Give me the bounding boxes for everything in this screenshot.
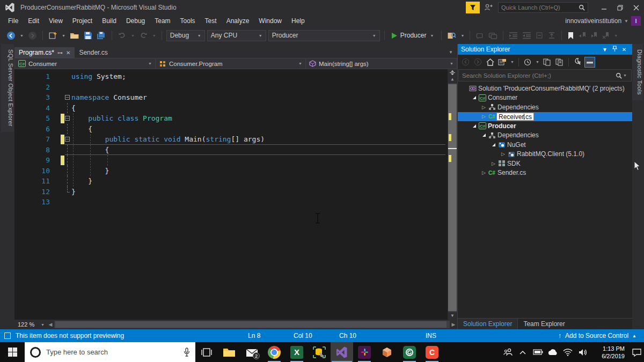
uncomment-button[interactable] xyxy=(487,29,499,41)
collapse-arrow-icon[interactable] xyxy=(471,95,478,100)
comment-button[interactable] xyxy=(474,29,485,41)
menu-item-edit[interactable]: Edit xyxy=(23,16,44,26)
expand-arrow-icon[interactable]: ▷ xyxy=(480,114,487,119)
tree-item-rabbitmq-client-5-1-0[interactable]: ▷RabbitMQ.Client (5.1.0) xyxy=(458,150,632,159)
configuration-combobox[interactable]: Debug ▼ xyxy=(166,30,205,41)
code-editor[interactable]: 1using System;23–namespace Consumer4{5– … xyxy=(14,69,457,320)
excel-icon[interactable]: X xyxy=(286,342,308,362)
window-position-dropdown[interactable]: ▼ xyxy=(600,47,610,53)
minimize-button[interactable] xyxy=(596,1,612,14)
navigate-forward-button[interactable] xyxy=(27,29,38,41)
splitter-handle-icon[interactable] xyxy=(448,69,457,76)
undo-dropdown[interactable]: ▼ xyxy=(130,34,136,38)
document-tab[interactable]: Sender.cs xyxy=(75,47,112,58)
solution-explorer-search-input[interactable]: Search Solution Explorer (Ctrl+;) ▼ xyxy=(458,69,632,82)
code-line[interactable]: 2 xyxy=(14,82,448,93)
close-button[interactable] xyxy=(628,1,644,14)
menu-item-test[interactable]: Test xyxy=(200,16,222,26)
scroll-left-icon[interactable]: ◀ xyxy=(47,322,54,327)
volume-icon[interactable] xyxy=(575,349,590,356)
project-dropdown[interactable]: C# Consumer ▼ xyxy=(14,58,156,69)
code-line[interactable]: 11 } xyxy=(14,176,448,187)
panel-tab-team-explorer[interactable]: Team Explorer xyxy=(518,319,570,329)
onedrive-icon[interactable] xyxy=(545,349,560,356)
outlining-margin[interactable]: – xyxy=(65,92,71,103)
member-dropdown[interactable]: Main(string[] args) ▼ xyxy=(306,58,457,69)
type-dropdown[interactable]: Consumer.Program ▼ xyxy=(156,58,306,69)
home-button[interactable] xyxy=(485,57,495,68)
decrease-indent-button[interactable] xyxy=(508,29,519,41)
hscroll-thumb[interactable] xyxy=(55,321,447,328)
expand-arrow-icon[interactable]: ▷ xyxy=(480,105,487,110)
forward-button[interactable] xyxy=(472,57,483,68)
code-line[interactable]: 3–namespace Consumer xyxy=(14,92,448,103)
start-debugging-button[interactable]: Producer ▼ xyxy=(389,32,437,39)
menu-item-project[interactable]: Project xyxy=(68,16,97,26)
preview-selected-items-button[interactable] xyxy=(554,57,565,68)
startup-project-combobox[interactable]: Producer ▼ xyxy=(268,30,380,41)
new-project-button[interactable] xyxy=(47,29,58,41)
navigate-back-button[interactable] xyxy=(5,29,17,41)
pin-icon[interactable] xyxy=(610,46,619,53)
redo-dropdown[interactable]: ▼ xyxy=(151,34,157,38)
search-options-dropdown[interactable]: ▼ xyxy=(622,73,628,77)
quick-launch-input[interactable]: Quick Launch (Ctrl+Q) xyxy=(498,2,588,13)
tree-item-consumer[interactable]: C#Consumer xyxy=(458,93,632,103)
editor-vertical-scrollbar[interactable]: ▲ ▼ xyxy=(448,69,457,320)
toolbar-overflow-dropdown[interactable]: ▼ xyxy=(459,34,465,38)
clear-bookmarks-button[interactable] xyxy=(601,29,611,41)
platform-combobox[interactable]: Any CPU ▼ xyxy=(207,30,266,41)
code-line[interactable]: 1using System; xyxy=(14,71,448,82)
tree-item-receiver-cs[interactable]: ▷C#Receiver.cs xyxy=(458,112,632,122)
show-all-files-button[interactable] xyxy=(584,57,595,68)
close-tab-icon[interactable]: ✕ xyxy=(66,50,70,56)
panel-tab-solution-explorer[interactable]: Solution Explorer xyxy=(458,319,518,329)
expand-arrow-icon[interactable]: ▷ xyxy=(490,161,497,166)
navigate-back-dropdown[interactable]: ▼ xyxy=(19,34,25,38)
code-line[interactable]: 9 xyxy=(14,155,448,166)
restore-button[interactable] xyxy=(612,1,628,14)
tree-item-sender-cs[interactable]: ▷C#Sender.cs xyxy=(458,168,632,178)
sql-server-object-explorer-tab[interactable]: SQL Server Object Explorer xyxy=(1,44,14,132)
switch-views-button[interactable] xyxy=(497,57,508,68)
code-line[interactable]: 10 } xyxy=(14,166,448,176)
code-line[interactable]: 7– public static void Main(string[] args… xyxy=(14,134,448,145)
tree-item-dependencies[interactable]: Dependencies xyxy=(458,131,632,141)
toggle-outlining-button[interactable] xyxy=(535,29,545,41)
open-file-button[interactable] xyxy=(69,29,80,41)
code-line[interactable]: 13 xyxy=(14,197,448,208)
filter-dropdown[interactable]: ▼ xyxy=(535,60,540,64)
outlining-margin[interactable]: – xyxy=(65,134,71,145)
code-line[interactable]: 12} xyxy=(14,187,448,197)
menu-item-debug[interactable]: Debug xyxy=(121,16,150,26)
tree-item-producer[interactable]: C#Producer xyxy=(458,121,632,131)
taskbar-clock[interactable]: 1:13 PM 6/2/2019 xyxy=(590,345,629,360)
scroll-right-icon[interactable]: ▶ xyxy=(450,322,457,327)
start-button[interactable] xyxy=(0,342,25,362)
properties-button[interactable] xyxy=(572,57,583,68)
outlining-margin[interactable]: – xyxy=(65,113,71,124)
close-icon[interactable]: ✕ xyxy=(619,47,629,53)
zoom-control[interactable]: 122 % ▼ xyxy=(16,320,47,329)
save-all-button[interactable] xyxy=(96,29,107,41)
visual-studio-taskbar-icon[interactable] xyxy=(331,342,353,362)
taskbar-search-input[interactable]: Type here to search xyxy=(25,342,195,362)
solution-explorer-title-bar[interactable]: Solution Explorer ▼ ✕ xyxy=(458,44,632,55)
action-center-icon[interactable] xyxy=(629,348,644,357)
collapse-arrow-icon[interactable] xyxy=(471,123,478,129)
task-view-button[interactable] xyxy=(195,342,218,362)
menu-item-analyze[interactable]: Analyze xyxy=(222,16,254,26)
menu-item-build[interactable]: Build xyxy=(97,16,121,26)
camtasia-icon[interactable] xyxy=(398,342,421,362)
battery-icon[interactable] xyxy=(530,349,545,355)
hscroll-track[interactable] xyxy=(54,321,450,328)
tree-item-solution-producerconsumerrabbitmq-2-projects[interactable]: Solution 'ProducerConsumerRabbitMQ' (2 p… xyxy=(458,84,632,93)
code-line[interactable]: 6 { xyxy=(14,124,448,135)
increase-indent-button[interactable] xyxy=(521,29,532,41)
find-in-files-button[interactable] xyxy=(446,29,457,41)
next-bookmark-button[interactable] xyxy=(589,29,599,41)
account-menu[interactable]: innovativeinstitution ▼ I xyxy=(565,15,641,27)
save-button[interactable] xyxy=(83,29,93,41)
back-button[interactable] xyxy=(460,57,471,68)
previous-bookmark-button[interactable] xyxy=(577,29,587,41)
